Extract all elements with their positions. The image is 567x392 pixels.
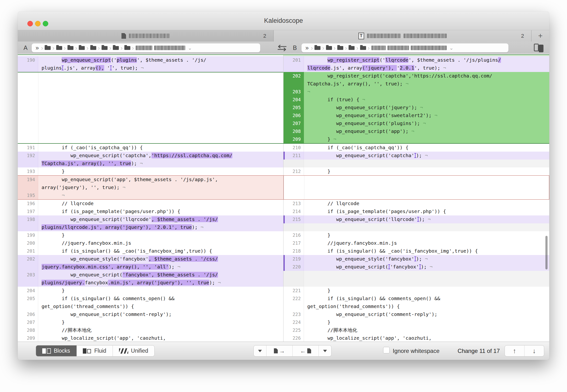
pane-a-cell: 190 wp_enqueue_script('plugins', $theme_…	[18, 55, 284, 143]
code-text: array('jquery'), '', true); ¬	[38, 183, 283, 191]
pilcrow-mark: ¬	[141, 65, 144, 71]
scrollbar-thumb[interactable]	[545, 236, 548, 269]
changes-list-toggle-icon[interactable]	[533, 44, 545, 52]
line-number: 207	[284, 119, 304, 127]
line-number: 218	[284, 247, 304, 255]
pilcrow-mark: ¬	[122, 184, 125, 190]
pane-b-cell: 212 }	[284, 168, 549, 175]
line-number: 214	[284, 208, 304, 215]
diff-block-same: 201 if (is_singular() && _cao('is_fancyb…	[18, 247, 549, 255]
pane-b-cell: 222 if (is_singular() && comments_open()…	[284, 294, 549, 310]
edit-caret-icon	[414, 256, 416, 262]
tab-comparison-1[interactable]: 2	[18, 30, 274, 42]
code-row: 223 wp_enqueue_script('comment-reply');	[284, 310, 549, 318]
code-row: 199 }	[18, 231, 283, 239]
edit-caret-icon	[417, 217, 419, 222]
pane-a-cell: 209 wp_localize_script('app', 'caozhuti,	[18, 334, 284, 342]
code-text: wp_enqueue_script('captcha'); ¬	[304, 152, 549, 160]
copy-right-options-button[interactable]	[254, 346, 266, 356]
view-mode-blocks[interactable]: Blocks	[36, 346, 77, 356]
ignore-whitespace-label: Ignore whitespace	[393, 342, 439, 360]
diff-block-change[interactable]: 198 wp_enqueue_script('llqrcode', $theme…	[18, 215, 549, 231]
breadcrumb-a[interactable]: »›››››››››⌄	[32, 43, 260, 52]
diff-block-same: 191 if (_cao('is_captcha_qq')) {210 if (…	[18, 144, 549, 152]
code-text: //jquery.fancybox.min.js	[304, 239, 549, 247]
folder-icon	[349, 46, 355, 50]
code-row: 212 }	[284, 168, 549, 175]
change-navigation: ↑ ↓	[505, 345, 544, 356]
tab-bar: 2 T 2 +	[18, 30, 549, 42]
previous-change-button[interactable]: ↑	[505, 346, 524, 356]
view-mode-unified[interactable]: Unified	[113, 346, 155, 356]
code-row: 201 wp_register_script('llqrcode', $them…	[284, 56, 549, 64]
diff-block-change[interactable]: 202 wp_enqueue_style('fancybox', $theme_…	[18, 255, 549, 287]
line-number: 206	[284, 112, 304, 119]
code-row: plugins.js', array(), '', true); ¬	[18, 64, 283, 72]
pane-b-cell: 223 wp_enqueue_script('comment-reply');	[284, 310, 549, 318]
breadcrumb-overflow-icon: »	[36, 44, 39, 51]
pane-a-cell: 196 // llqrcode	[18, 200, 284, 208]
code-row: array('jquery'), '', true); ¬	[18, 183, 283, 191]
folder-icon	[360, 46, 366, 50]
chevron-down-icon: ⌄	[449, 45, 453, 51]
copy-left-options-button[interactable]	[319, 346, 331, 356]
pane-a-cell: 197 if (is_page_template('pages/user.php…	[18, 208, 284, 215]
next-change-button[interactable]: ↓	[524, 346, 544, 356]
view-mode-fluid[interactable]: Fluid	[77, 346, 113, 356]
diff-block-delete[interactable]: 194 wp_enqueue_script('app', $theme_asse…	[18, 175, 549, 200]
code-text: wp_register_script('llqrcode', $theme_as…	[304, 56, 549, 64]
copy-to-left-button[interactable]: ←	[293, 346, 319, 356]
pane-a-cell: 198 wp_enqueue_script('llqrcode', $theme…	[18, 215, 284, 231]
tab-comparison-2[interactable]: T 2	[274, 30, 531, 42]
code-text: }	[304, 318, 549, 326]
code-row: 206 wp_enqueue_script('comment-reply');	[18, 310, 283, 318]
breadcrumb-b[interactable]: »››››››⌄	[302, 43, 509, 52]
ignore-whitespace-checkbox[interactable]	[383, 347, 390, 353]
pane-a-cell: 207 }	[18, 318, 284, 326]
code-text: wp_enqueue_script('comment-reply');	[304, 310, 549, 318]
code-row: 203 wp_enqueue_script('fancybox', $theme…	[18, 271, 283, 279]
code-text: wp_enqueue_script('app', $theme_assets .…	[38, 176, 283, 183]
pane-a-cell: 206 wp_enqueue_script('comment-reply');	[18, 310, 284, 318]
diff-block-same: 197 if (is_page_template('pages/user.php…	[18, 208, 549, 215]
code-row: 216 }	[284, 231, 549, 239]
line-number: 195	[18, 191, 38, 199]
copy-to-right-button[interactable]: →	[266, 346, 293, 356]
pane-b-cell: 225 //脚本本地化	[284, 326, 549, 334]
diff-block-same: 207 }224 }	[18, 318, 549, 326]
edit-caret-icon	[419, 264, 421, 269]
folder-icon	[113, 46, 119, 50]
line-number	[18, 279, 38, 287]
code-text: }	[304, 287, 549, 294]
line-number: 204	[18, 287, 38, 294]
edit-caret-icon	[414, 153, 416, 158]
swap-sides-icon[interactable]	[276, 45, 288, 51]
code-row: plugins/jquery.fancybox.min.js', array('…	[18, 279, 283, 287]
code-text: wp_enqueue_script('comment-reply');	[38, 310, 283, 318]
code-text: }	[304, 231, 549, 239]
pilcrow-mark: ¬	[411, 128, 414, 134]
folder-icon	[56, 46, 62, 50]
pane-a-cell: 193 }	[18, 168, 284, 175]
folder-icon	[337, 46, 343, 50]
bottom-toolbar: Blocks Fluid Unified → ← Ignore whitespa…	[18, 342, 549, 360]
new-comparison-button[interactable]: +	[531, 30, 549, 42]
code-row: llqrcode.js', array('jquery'), '2.0.1', …	[284, 64, 549, 72]
line-number: 206	[18, 310, 38, 318]
code-row: 192 wp_enqueue_script('captcha','https:/…	[18, 152, 283, 160]
diff-block-change[interactable]: 192 wp_enqueue_script('captcha','https:/…	[18, 152, 549, 168]
folder-icon	[102, 46, 108, 50]
pilcrow-mark: ¬	[140, 160, 143, 166]
titlebar[interactable]: Kaleidoscope	[18, 12, 549, 30]
code-row: 224 }	[284, 318, 549, 326]
tab-change-count-badge: 2	[263, 30, 266, 42]
code-row: 196 // llqrcode	[18, 200, 283, 208]
code-text: wp_enqueue_script('app'); ¬	[304, 127, 549, 135]
code-row: plugins/llqrcode.js', array('jquery'), '…	[18, 223, 283, 231]
line-number: 199	[18, 231, 38, 239]
diff-block-current[interactable]: 190 wp_enqueue_script('plugins', $theme_…	[18, 55, 549, 144]
tab-change-count-badge: 2	[521, 30, 524, 42]
redacted-path-text	[387, 46, 409, 50]
code-row	[284, 223, 549, 231]
line-number: 221	[284, 287, 304, 294]
